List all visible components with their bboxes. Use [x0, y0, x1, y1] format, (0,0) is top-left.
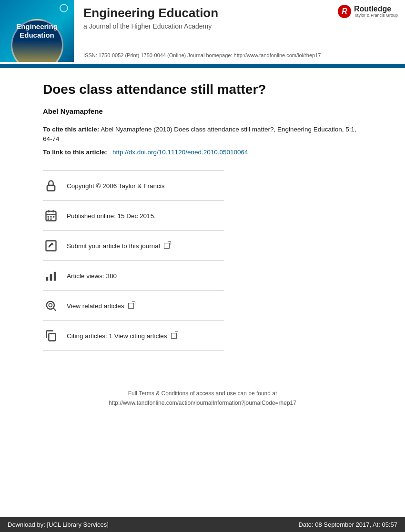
- article-doi-link[interactable]: http://dx.doi.org/10.11120/ened.2010.050…: [112, 149, 248, 156]
- submit-external-link-icon: [164, 243, 170, 249]
- copyright-row: Copyright © 2006 Taylor & Francis: [43, 171, 224, 201]
- routledge-logo: R Routledge Taylor & Francis Group: [338, 0, 405, 62]
- edit-icon: [43, 238, 59, 254]
- submit-text[interactable]: Submit your article to this journal: [67, 242, 170, 250]
- svg-rect-13: [54, 272, 56, 281]
- calendar-icon: [43, 208, 59, 224]
- footer-terms-line1: Full Terms & Conditions of access and us…: [43, 389, 362, 398]
- cite-block: To cite this article: Abel Nyamapfene (2…: [43, 125, 362, 144]
- published-text: Published online: 15 Dec 2015.: [67, 212, 156, 220]
- chart-icon: [43, 268, 59, 284]
- bottom-bar-download: Download by: [UCL Library Services]: [8, 521, 109, 528]
- cite-label: To cite this article:: [43, 126, 99, 133]
- copyright-text: Copyright © 2006 Taylor & Francis: [67, 182, 165, 190]
- bottom-bar: Download by: [UCL Library Services] Date…: [0, 517, 405, 532]
- routledge-r-icon: R: [338, 5, 351, 18]
- routledge-name: Routledge: [354, 5, 398, 13]
- submit-row: Submit your article to this journal: [43, 231, 224, 261]
- page-header: Engineering Education Engineering Educat…: [0, 0, 405, 65]
- svg-rect-12: [50, 274, 52, 281]
- svg-rect-11: [46, 277, 49, 281]
- journal-subtitle: a Journal of the Higher Education Academ…: [83, 22, 328, 30]
- svg-line-15: [53, 309, 56, 311]
- related-text[interactable]: View related articles: [67, 302, 134, 310]
- published-row: Published online: 15 Dec 2015.: [43, 201, 224, 231]
- article-title: Does class attendance still matter?: [43, 81, 362, 98]
- date-value: 08 September 2017, At: 05:57: [315, 521, 397, 528]
- link-label: To link to this article:: [43, 149, 107, 156]
- date-label: Date:: [299, 521, 314, 528]
- svg-point-16: [49, 304, 52, 307]
- lock-icon: [43, 178, 59, 194]
- download-value: [UCL Library Services]: [47, 521, 109, 528]
- svg-point-14: [47, 301, 54, 309]
- link-block: To link to this article: http://dx.doi.o…: [43, 148, 362, 157]
- download-label: Download by:: [8, 521, 45, 528]
- views-text: Article views: 380: [67, 272, 117, 280]
- bottom-bar-date: Date: 08 September 2017, At: 05:57: [299, 521, 397, 528]
- svg-rect-17: [49, 334, 55, 341]
- svg-rect-0: [47, 185, 55, 191]
- info-section: Copyright © 2006 Taylor & Francis: [43, 171, 224, 351]
- journal-title: Engineering Education: [83, 6, 328, 20]
- citing-text[interactable]: Citing articles: 1 View citing articles: [67, 332, 177, 340]
- citing-icon: [43, 328, 59, 344]
- routledge-sub: Taylor & Francis Group: [354, 13, 398, 18]
- issn-line: ISSN: 1750-0052 (Print) 1750-0044 (Onlin…: [83, 52, 328, 58]
- article-author: Abel Nyamapfene: [43, 107, 362, 115]
- journal-cover: Engineering Education: [0, 0, 74, 62]
- footer-terms: Full Terms & Conditions of access and us…: [43, 389, 362, 407]
- cover-title: Engineering Education: [14, 20, 60, 41]
- footer-terms-line2: http://www.tandfonline.com/action/journa…: [43, 399, 362, 408]
- citing-external-link-icon: [171, 333, 177, 339]
- search-magnify-icon: [43, 298, 59, 314]
- header-info: Engineering Education a Journal of the H…: [74, 0, 338, 62]
- related-external-link-icon: [128, 303, 134, 309]
- related-row: View related articles: [43, 291, 224, 321]
- cover-moon-decoration: [60, 4, 68, 12]
- main-content: Does class attendance still matter? Abel…: [0, 68, 405, 422]
- citing-row: Citing articles: 1 View citing articles: [43, 321, 224, 351]
- views-row: Article views: 380: [43, 261, 224, 291]
